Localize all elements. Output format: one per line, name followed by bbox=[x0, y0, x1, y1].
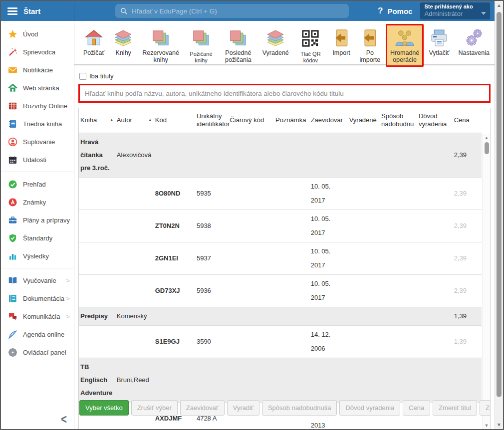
sidebar-item-label: Dokumentácia bbox=[23, 295, 64, 302]
sidebar-item-standardy[interactable]: Štandardy bbox=[1, 229, 74, 247]
sort-ascending-icon: ▲ bbox=[148, 118, 152, 123]
sidebar-item-udalosti[interactable]: Udalosti bbox=[1, 151, 74, 169]
gears-icon bbox=[464, 27, 484, 48]
toolbar-item-label: Knihy bbox=[116, 49, 131, 56]
column-header-sposob-nadobudnu[interactable]: Spôsob nadobudnu bbox=[380, 108, 417, 133]
toolbar-item-tlac-qr-kodov[interactable]: Tlač QR kódov bbox=[294, 24, 327, 66]
book-title-row[interactable]: PredpisyKomenský1,39 bbox=[79, 307, 482, 325]
column-header-kniha[interactable]: Kniha▲ bbox=[79, 108, 115, 133]
page-scrollbar-thumb[interactable] bbox=[497, 12, 502, 397]
sidebar-item-komunikacia[interactable]: Komunikácia> bbox=[1, 307, 74, 325]
column-header-kod[interactable]: Kód bbox=[154, 108, 195, 133]
sidebar-item-label: Triedna kniha bbox=[23, 120, 62, 128]
toolbar-item-pozicat[interactable]: Požičať bbox=[79, 24, 108, 59]
toolbar-item-rezervovane-knihy[interactable]: Rezervované knihy bbox=[138, 24, 183, 67]
toolbar-item-pozicane-knihy[interactable]: Požičané knihy bbox=[184, 24, 218, 66]
cell-dovod bbox=[417, 307, 453, 325]
sidebar-item-vysledky[interactable]: Výsledky bbox=[1, 247, 74, 265]
sidebar-item-znamky[interactable]: Známky bbox=[1, 193, 74, 211]
toolbar-item-import[interactable]: Import bbox=[328, 24, 354, 59]
book-copy-row[interactable]: ZT0N2N593810. 05. 20172,39 bbox=[79, 210, 482, 242]
page-scroll-up-icon[interactable]: ▲ bbox=[495, 2, 503, 8]
cell-ciarovy bbox=[228, 133, 274, 177]
action-button-zrusit-vyber[interactable]: Zrušiť výber bbox=[131, 400, 178, 416]
import-icon bbox=[332, 27, 350, 48]
toolbar-item-hromadne-operacie[interactable]: Hromadné operácie bbox=[386, 24, 424, 67]
column-header-cena[interactable]: Cena bbox=[453, 108, 482, 133]
global-search-input[interactable] bbox=[132, 7, 344, 15]
column-header-autor[interactable]: Autor▲ bbox=[115, 108, 154, 133]
table-header: Kniha▲Autor▲KódUnikátny identifikátorČia… bbox=[79, 108, 482, 133]
toolbar-item-posledne-pozicania[interactable]: Posledné požičania bbox=[219, 24, 257, 67]
book-copy-row[interactable]: GD73XJ593610. 05. 20172,39 bbox=[79, 274, 482, 307]
user-role-dropdown[interactable]: Ste prihlásený ako Administrátor bbox=[420, 2, 490, 19]
column-header-dovod-vyradenia[interactable]: Dôvod vyradenia bbox=[417, 108, 453, 133]
book-search-input[interactable] bbox=[80, 85, 489, 101]
sidebar-item-label: Známky bbox=[23, 199, 46, 206]
column-header-label: Kód bbox=[155, 116, 167, 124]
person-circle-icon bbox=[7, 137, 17, 147]
scroll-up-icon[interactable]: ▲ bbox=[483, 135, 490, 140]
column-header-unikatny-identifikator[interactable]: Unikátny identifikátor bbox=[195, 108, 229, 133]
action-button-zaevidovat[interactable]: Zaevidovať bbox=[180, 400, 225, 416]
book-copy-row[interactable]: 2GN1EI593710. 05. 20172,39 bbox=[79, 242, 482, 274]
help-question-icon[interactable]: ? bbox=[378, 6, 383, 16]
chevron-right-icon: > bbox=[66, 277, 70, 284]
cell-poznamka bbox=[274, 242, 309, 274]
sidebar-item-plany-a-pripravy[interactable]: Plány a prípravy bbox=[1, 211, 74, 229]
sidebar-item-agenda-online[interactable]: Agenda online bbox=[1, 325, 74, 343]
global-search[interactable] bbox=[115, 4, 349, 18]
cell-dovod bbox=[417, 274, 453, 307]
column-header-vyradene[interactable]: Vyradené bbox=[348, 108, 380, 133]
book-copy-row[interactable]: S1E9GJ359014. 12. 20061,39 bbox=[79, 325, 482, 358]
sidebar-item-sprievodca[interactable]: Sprievodca bbox=[1, 43, 74, 61]
sidebar-item-notifikacie[interactable]: Notifikácie bbox=[1, 61, 74, 79]
cell-unikatny: 3590 bbox=[195, 325, 229, 358]
only-titles-checkbox-wrap[interactable]: Iba tituly bbox=[79, 72, 495, 80]
scroll-down-icon[interactable]: ▼ bbox=[483, 423, 490, 428]
toolbar-item-po-importe[interactable]: Po importe bbox=[355, 24, 385, 67]
sidebar-item-suplovanie[interactable]: Suplovanie bbox=[1, 133, 74, 151]
action-button-sposob-nadobudnutia[interactable]: Spôsob nadobudnutia bbox=[262, 400, 337, 416]
toolbar-item-knihy[interactable]: Knihy bbox=[109, 24, 137, 59]
start-menu[interactable]: Štart bbox=[23, 7, 40, 15]
column-header-label: Čiarový kód bbox=[230, 116, 264, 124]
book-copy-row[interactable]: 8O80ND593510. 05. 20172,39 bbox=[79, 177, 482, 210]
sidebar-item-label: Rozvrhy Online bbox=[23, 102, 67, 110]
page-scroll-down-icon[interactable]: ▼ bbox=[495, 422, 503, 428]
column-header-zaevidovar[interactable]: Zaevidovar bbox=[309, 108, 348, 133]
column-header-poznamka[interactable]: Poznámka bbox=[274, 108, 309, 133]
help-button[interactable]: Pomoc bbox=[387, 7, 412, 15]
action-button-zmenit-titul[interactable]: Zmeniť titul bbox=[433, 400, 477, 416]
sidebar-item-triedna-kniha[interactable]: Triedna kniha bbox=[1, 115, 74, 133]
action-button-zmazat[interactable]: Zmazať bbox=[480, 400, 491, 416]
book-title-row[interactable]: TB Englisch AdventureBruni,Reed bbox=[79, 358, 482, 402]
cell-vyradene bbox=[348, 358, 380, 402]
sidebar-item-dokumentacia[interactable]: Dokumentácia> bbox=[1, 289, 74, 307]
action-button-vyradit[interactable]: Vyradiť bbox=[227, 400, 259, 416]
hamburger-menu-icon[interactable] bbox=[7, 7, 17, 15]
cell-kniha bbox=[79, 242, 115, 274]
toolbar-item-nastavenia[interactable]: Nastavenia bbox=[454, 24, 494, 59]
action-button-dovod-vyradenia[interactable]: Dôvod vyradenia bbox=[339, 400, 400, 416]
sidebar-collapse-button[interactable]: < bbox=[61, 412, 67, 427]
toolbar-item-vytlacit[interactable]: Vytlačiť bbox=[425, 24, 453, 59]
cell-kniha: Hravá čítanka pre 3.roč. bbox=[79, 133, 115, 177]
sidebar-item-uvod[interactable]: Úvod bbox=[1, 25, 74, 43]
sidebar-item-vyucovanie[interactable]: Vyučovanie> bbox=[1, 271, 74, 289]
action-button-vyber-vsetko[interactable]: Vyber všetko bbox=[79, 400, 129, 416]
sidebar-item-label: Notifikácie bbox=[23, 66, 53, 74]
book-title-row[interactable]: Hravá čítanka pre 3.roč.Alexovičová2,39 bbox=[79, 133, 482, 177]
sidebar-item-ovladaci-panel[interactable]: Ovládací panel bbox=[1, 343, 74, 361]
sidebar-item-web-stranka[interactable]: Web stránka bbox=[1, 79, 74, 97]
cell-ciarovy bbox=[228, 242, 274, 274]
cell-dovod bbox=[417, 325, 453, 358]
table-scrollbar-thumb[interactable] bbox=[485, 142, 489, 154]
toolbar-item-vyradene[interactable]: Vyradené bbox=[258, 24, 293, 59]
sidebar-item-prehlad[interactable]: Prehľad bbox=[1, 175, 74, 193]
sidebar-item-rozvrhy-online[interactable]: Rozvrhy Online bbox=[1, 97, 74, 115]
column-header-ciarovy-kod[interactable]: Čiarový kód bbox=[228, 108, 274, 133]
action-button-cena[interactable]: Cena bbox=[403, 400, 430, 416]
grade-icon bbox=[7, 197, 17, 207]
only-titles-checkbox[interactable] bbox=[79, 73, 86, 80]
